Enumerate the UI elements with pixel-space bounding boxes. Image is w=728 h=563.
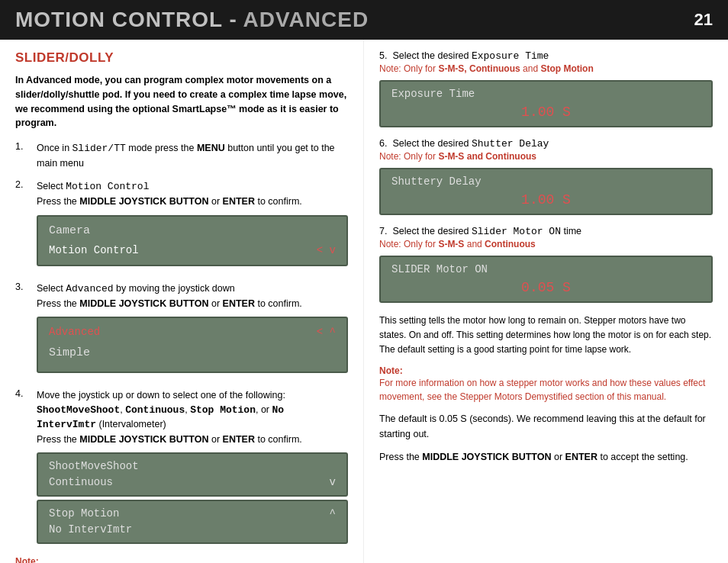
step-5-number: 5. bbox=[379, 50, 387, 61]
step-3-content: Select Advanced by moving the joystick d… bbox=[37, 282, 348, 379]
step-4-number: 4. bbox=[15, 388, 37, 399]
screen-7-label: SLIDER Motor ON bbox=[391, 263, 701, 275]
step-1-number: 1. bbox=[15, 141, 37, 152]
note-left: Note: See page 17 for details on differe… bbox=[15, 556, 348, 563]
step-5-stop: Stop Motion bbox=[540, 63, 593, 74]
screen-4a-indicator: v bbox=[330, 475, 336, 491]
explanation: This setting tells the motor how long to… bbox=[379, 314, 713, 358]
screen-2-motion-control: Motion Control bbox=[49, 243, 139, 259]
default-text-content: The default is 0.05 S (seconds). We reco… bbox=[379, 413, 706, 439]
screen-4b-indicator: ^ bbox=[330, 506, 336, 522]
step-5-note: Note: Only for S-M-S, Continuous and Sto… bbox=[379, 63, 713, 74]
screen-6-value: 1.00 S bbox=[391, 192, 701, 208]
title-suffix: ADVANCED bbox=[243, 8, 369, 31]
note-right: Note: For more information on how a step… bbox=[379, 365, 713, 404]
step-3-button: MIDDLE JOYSTICK BUTTON bbox=[79, 298, 208, 309]
note-left-label: Note: bbox=[15, 556, 348, 563]
step-1-content: Once in Slider/TT mode press the MENU bu… bbox=[37, 141, 348, 170]
screen-step-3: Advanced < ^ Simple bbox=[37, 317, 348, 373]
step-7-header: 7. Select the desired Slider Motor ON ti… bbox=[379, 226, 713, 237]
title-prefix: MOTION CONTROL - bbox=[15, 8, 243, 31]
main-content: SLIDER/DOLLY In Advanced mode, you can p… bbox=[0, 40, 728, 563]
note-right-label: Note: bbox=[379, 365, 713, 376]
step-5-sms: S-M-S, Continuous bbox=[438, 63, 520, 74]
step-5-header: 5. Select the desired Exposure Time bbox=[379, 50, 713, 62]
screen-3-advanced: Advanced bbox=[49, 324, 100, 340]
step-4-opt2: Continuous bbox=[125, 404, 185, 416]
screen-5-value: 1.00 S bbox=[391, 105, 701, 120]
right-column: 5. Select the desired Exposure Time Note… bbox=[364, 40, 728, 563]
step-2-enter: ENTER bbox=[223, 196, 255, 207]
step-3-enter: ENTER bbox=[223, 298, 255, 309]
step-4-enter: ENTER bbox=[223, 434, 255, 445]
step-6-sms: S-M-S and Continuous bbox=[438, 151, 536, 162]
step-1: 1. Once in Slider/TT mode press the MENU… bbox=[15, 141, 348, 170]
step-6: 6. Select the desired Shutter Delay Note… bbox=[379, 138, 713, 215]
page-header: MOTION CONTROL - ADVANCED 21 bbox=[0, 0, 728, 40]
page-title: MOTION CONTROL - ADVANCED bbox=[15, 8, 369, 32]
screen-4a-row2: Continuous v bbox=[49, 475, 336, 491]
screen-4b-row2: No IntervImtr bbox=[49, 522, 336, 538]
step-6-note: Note: Only for S-M-S and Continuous bbox=[379, 151, 713, 162]
step-1-menu: MENU bbox=[197, 143, 225, 153]
left-column: SLIDER/DOLLY In Advanced mode, you can p… bbox=[0, 40, 364, 563]
screen-5-label: Exposure Time bbox=[391, 88, 701, 100]
step-2-option: Motion Control bbox=[66, 181, 149, 192]
step-5: 5. Select the desired Exposure Time Note… bbox=[379, 50, 713, 127]
step-4-opt3: Stop Motion bbox=[190, 404, 256, 416]
screen-7-value: 0.05 S bbox=[391, 280, 701, 295]
page-number: 21 bbox=[694, 10, 713, 30]
screen-2-indicator: < v bbox=[317, 243, 336, 259]
step-2-button: MIDDLE JOYSTICK BUTTON bbox=[79, 196, 208, 207]
step-4-opt1: ShootMoveShoot bbox=[37, 404, 120, 416]
section-title: SLIDER/DOLLY bbox=[15, 50, 348, 66]
screen-3-simple: Simple bbox=[49, 345, 336, 362]
step-4-button: MIDDLE JOYSTICK BUTTON bbox=[79, 434, 208, 445]
screen-3-indicator: < ^ bbox=[317, 324, 336, 340]
step-6-header: 6. Select the desired Shutter Delay bbox=[379, 138, 713, 150]
step-3-number: 3. bbox=[15, 282, 37, 292]
step-7-number: 7. bbox=[379, 226, 387, 236]
screen-2-row2: Motion Control < v bbox=[49, 243, 336, 259]
press-instruction: Press the MIDDLE JOYSTICK BUTTON or ENTE… bbox=[379, 449, 713, 465]
step-7: 7. Select the desired Slider Motor ON ti… bbox=[379, 226, 713, 303]
step-2-content: Select Motion Control Press the MIDDLE J… bbox=[37, 179, 348, 272]
screen-step-2: Camera Motion Control < v bbox=[37, 215, 348, 267]
default-text: The default is 0.05 S (seconds). We reco… bbox=[379, 411, 713, 442]
step-7-option: Slider Motor ON bbox=[472, 226, 561, 237]
step-6-number: 6. bbox=[379, 138, 387, 149]
step-1-mode: Slider/TT bbox=[72, 143, 126, 154]
step-7-sms: S-M-S bbox=[438, 239, 464, 249]
step-3: 3. Select Advanced by moving the joystic… bbox=[15, 282, 348, 379]
screen-6-label: Shuttery Delay bbox=[391, 175, 701, 188]
screen-step-5: Exposure Time 1.00 S bbox=[379, 80, 713, 127]
screen-2-row1: Camera bbox=[49, 223, 336, 240]
step-4-content: Move the joystick up or down to select o… bbox=[37, 388, 348, 548]
step-6-option: Shutter Delay bbox=[472, 138, 549, 150]
screen-step-7: SLIDER Motor ON 0.05 S bbox=[379, 256, 713, 303]
screen-step-4a: ShootMoveShoot Continuous v bbox=[37, 452, 348, 497]
step-7-note: Note: Only for S-M-S and Continuous bbox=[379, 239, 713, 249]
intro-paragraph: In Advanced mode, you can program comple… bbox=[15, 73, 348, 130]
step-7-continuous: Continuous bbox=[485, 239, 536, 249]
step-2: 2. Select Motion Control Press the MIDDL… bbox=[15, 179, 348, 272]
screen-4a-continuous: Continuous bbox=[49, 475, 113, 491]
step-3-option: Advanced bbox=[66, 283, 113, 294]
screen-4a-row1: ShootMoveShoot bbox=[49, 458, 336, 475]
screen-step-6: Shuttery Delay 1.00 S bbox=[379, 168, 713, 215]
step-4: 4. Move the joystick up or down to selec… bbox=[15, 388, 348, 548]
press-button: MIDDLE JOYSTICK BUTTON bbox=[422, 452, 551, 462]
step-5-option: Exposure Time bbox=[472, 50, 549, 62]
screen-3-row1: Advanced < ^ bbox=[49, 324, 336, 340]
screen-4b-stop: Stop Motion bbox=[49, 506, 119, 522]
screen-4b-row1: Stop Motion ^ bbox=[49, 506, 336, 522]
step-2-number: 2. bbox=[15, 179, 37, 190]
screen-step-4b: Stop Motion ^ No IntervImtr bbox=[37, 500, 348, 544]
note-right-text: For more information on how a stepper mo… bbox=[379, 376, 713, 404]
press-enter: ENTER bbox=[565, 452, 598, 462]
